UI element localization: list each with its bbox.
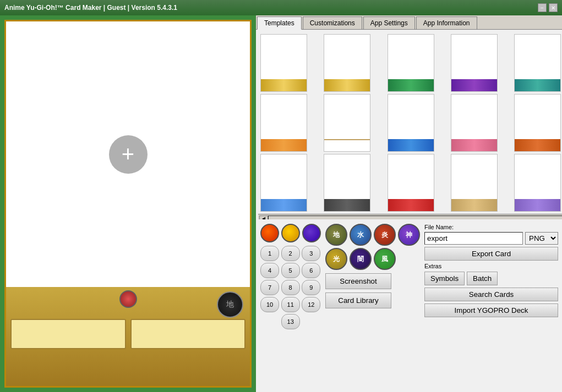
export-section: File Name: PNG JPG Export Card Extras Sy… xyxy=(424,224,558,388)
template-card[interactable] xyxy=(260,154,307,212)
attr-top-row xyxy=(260,224,321,242)
num-btn-1[interactable]: 1 xyxy=(260,246,279,261)
template-card[interactable] xyxy=(451,154,498,212)
import-ygopro-button[interactable]: Import YGOPRO Deck xyxy=(424,303,558,317)
scroll-track[interactable] xyxy=(268,216,562,220)
num-btn-8[interactable]: 8 xyxy=(281,280,300,295)
template-card[interactable] xyxy=(514,154,561,212)
template-card[interactable] xyxy=(324,34,370,92)
attr-icons-row-1: 地 水 炎 神 xyxy=(325,224,420,246)
template-card[interactable] xyxy=(451,34,498,92)
attr-flame-icon[interactable]: 炎 xyxy=(374,224,396,246)
num-btn-2[interactable]: 2 xyxy=(281,246,300,261)
attr-magic-button[interactable] xyxy=(302,224,321,242)
num-btn-7[interactable]: 7 xyxy=(260,280,279,295)
template-card[interactable] xyxy=(514,94,561,152)
card-earth-symbol: 地 xyxy=(217,291,243,318)
num-btn-9[interactable]: 9 xyxy=(302,280,320,295)
scrollbar[interactable]: ◀ ▶ xyxy=(258,214,562,219)
attr-star-button[interactable] xyxy=(281,224,300,242)
search-cards-button[interactable]: Search Cards xyxy=(424,288,558,301)
attribute-section: 1 2 3 4 5 6 7 8 9 10 11 12 13 xyxy=(260,224,321,388)
extras-label: Extras xyxy=(424,263,558,269)
card-library-button[interactable]: Card Library xyxy=(325,292,391,308)
tab-customizations[interactable]: Customizations xyxy=(303,16,362,29)
card-text-boxes xyxy=(10,319,245,349)
symbols-button[interactable]: Symbols xyxy=(424,272,465,285)
card-text-box-right xyxy=(130,319,246,349)
card-bottom: 地 xyxy=(6,287,250,386)
window-controls: − ✕ xyxy=(538,3,558,12)
attr-icons-row-2: 光 闇 風 xyxy=(325,248,420,270)
minimize-button[interactable]: − xyxy=(538,3,547,12)
num-btn-6[interactable]: 6 xyxy=(302,263,320,278)
attr-divine-icon[interactable]: 神 xyxy=(398,224,420,246)
title-bar: Anime Yu-Gi-Oh!™ Card Maker | Guest | Ve… xyxy=(0,0,562,15)
extras-row: Symbols Batch xyxy=(424,272,558,285)
scroll-left-arrow[interactable]: ◀ xyxy=(259,216,268,220)
card-preview: + 地 xyxy=(4,20,252,388)
extras-section: Extras Symbols Batch xyxy=(424,263,558,285)
attr-earth-icon[interactable]: 地 xyxy=(325,224,347,246)
batch-button[interactable]: Batch xyxy=(467,272,498,285)
card-image-area[interactable]: + xyxy=(6,21,250,287)
bottom-controls: 1 2 3 4 5 6 7 8 9 10 11 12 13 xyxy=(256,219,562,392)
close-button[interactable]: ✕ xyxy=(549,3,558,12)
attr-wind-icon[interactable]: 風 xyxy=(374,248,396,270)
main-container: + 地 Templates Customizations xyxy=(0,15,562,392)
template-card[interactable] xyxy=(514,34,561,92)
num-btn-4[interactable]: 4 xyxy=(260,263,279,278)
left-panel: + 地 xyxy=(0,15,256,392)
num-btn-13[interactable]: 13 xyxy=(281,314,300,329)
num-btn-11[interactable]: 11 xyxy=(281,297,300,312)
add-image-button[interactable]: + xyxy=(109,135,148,174)
attr-water-icon[interactable]: 水 xyxy=(350,224,372,246)
attr-icons-section: 地 水 炎 神 光 闇 風 xyxy=(325,224,420,270)
number-grid: 1 2 3 4 5 6 7 8 9 10 11 12 13 xyxy=(260,246,321,329)
file-name-row: PNG JPG xyxy=(424,232,558,245)
tab-app-settings[interactable]: App Settings xyxy=(363,16,415,29)
templates-area: ◀ ▶ xyxy=(256,30,562,219)
file-name-section: File Name: PNG JPG xyxy=(424,224,558,245)
window-title: Anime Yu-Gi-Oh!™ Card Maker | Guest | Ve… xyxy=(4,4,177,12)
template-card[interactable] xyxy=(260,94,307,152)
template-card[interactable] xyxy=(388,34,434,92)
file-name-input[interactable] xyxy=(424,232,523,245)
file-name-label: File Name: xyxy=(424,224,558,230)
tab-templates[interactable]: Templates xyxy=(257,16,302,30)
num-btn-3[interactable]: 3 xyxy=(302,246,320,261)
card-text-box-left xyxy=(10,319,126,349)
attr-dark-icon[interactable]: 闇 xyxy=(350,248,372,270)
right-panel: Templates Customizations App Settings Ap… xyxy=(256,15,562,392)
template-card[interactable] xyxy=(324,154,370,212)
template-card[interactable] xyxy=(451,94,498,152)
tab-app-information[interactable]: App Information xyxy=(416,16,477,29)
template-card[interactable] xyxy=(388,154,434,212)
template-grid xyxy=(258,32,562,214)
middle-left-section: 地 水 炎 神 光 闇 風 Screenshot Card Library xyxy=(325,224,420,388)
num-btn-12[interactable]: 12 xyxy=(302,297,320,312)
tab-bar: Templates Customizations App Settings Ap… xyxy=(256,15,562,30)
attr-fire-button[interactable] xyxy=(260,224,279,242)
template-card[interactable] xyxy=(260,34,307,92)
format-select[interactable]: PNG JPG xyxy=(525,232,558,245)
num-btn-5[interactable]: 5 xyxy=(281,263,300,278)
template-card[interactable] xyxy=(324,94,370,152)
template-card[interactable] xyxy=(388,94,434,152)
export-card-button[interactable]: Export Card xyxy=(424,247,558,261)
card-small-orb xyxy=(119,290,137,308)
attr-light-icon[interactable]: 光 xyxy=(325,248,347,270)
screenshot-button[interactable]: Screenshot xyxy=(325,273,391,289)
num-btn-10[interactable]: 10 xyxy=(260,297,279,312)
